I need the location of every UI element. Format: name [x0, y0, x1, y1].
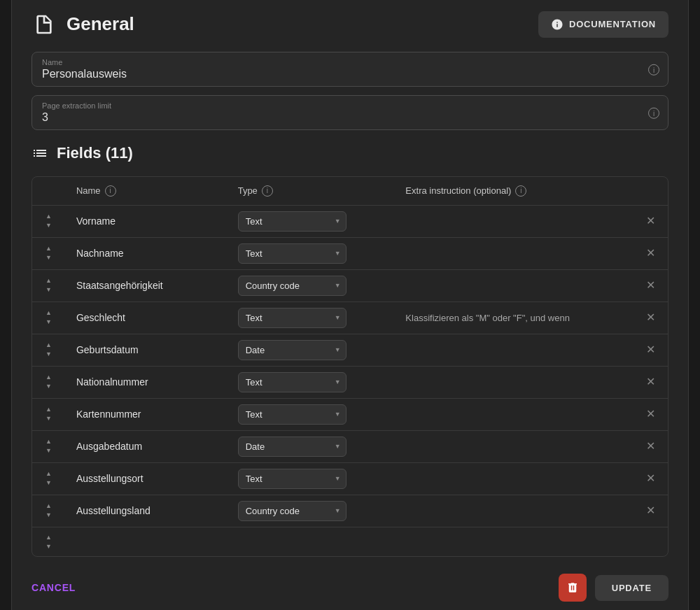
row-up-button[interactable]: ▲: [43, 276, 54, 285]
row-name-cell: Nationalnummer: [65, 366, 227, 398]
type-select[interactable]: TextDateCountry codeNumberBoolean: [238, 437, 346, 457]
partial-controls: ▲ ▼: [32, 527, 65, 556]
row-delete-cell: ✕: [634, 366, 668, 398]
row-delete-cell: ✕: [634, 334, 668, 366]
row-down-button[interactable]: ▼: [43, 350, 54, 359]
row-delete-button[interactable]: ✕: [643, 406, 658, 423]
extra-col-info-icon[interactable]: i: [515, 185, 526, 197]
row-extra-cell: [394, 205, 634, 237]
row-extra-cell: [394, 462, 634, 495]
row-reorder-controls: ▲ ▼: [36, 405, 61, 423]
table-row-partial: ▲ ▼: [32, 527, 668, 556]
row-up-button[interactable]: ▲: [43, 373, 54, 382]
list-icon: [31, 145, 48, 162]
row-extra-cell: [394, 334, 634, 366]
row-down-button[interactable]: ▼: [43, 253, 54, 262]
col-controls: [32, 177, 65, 206]
type-select[interactable]: TextDateCountry codeNumberBoolean: [238, 501, 346, 521]
row-delete-button[interactable]: ✕: [643, 374, 658, 390]
row-extra-cell: [394, 495, 634, 527]
row-delete-button[interactable]: ✕: [643, 502, 658, 519]
row-reorder-controls: ▲ ▼: [36, 341, 61, 359]
type-select[interactable]: TextDateCountry codeNumberBoolean: [238, 340, 346, 360]
type-select[interactable]: TextDateCountry codeNumberBoolean: [238, 404, 346, 425]
row-delete-button[interactable]: ✕: [643, 245, 658, 262]
row-up-button[interactable]: ▲: [43, 341, 54, 350]
row-up-button[interactable]: ▲: [43, 405, 54, 414]
page-limit-value: 3: [42, 111, 640, 124]
table-row: ▲ ▼ GeschlechtTextDateCountry codeNumber…: [32, 302, 668, 334]
delete-button[interactable]: [559, 574, 587, 602]
row-reorder-controls: ▲ ▼: [36, 437, 61, 455]
type-select-wrapper: TextDateCountry codeNumberBoolean: [238, 243, 346, 264]
row-name-cell: Vorname: [65, 205, 227, 237]
table-row: ▲ ▼ StaatsangehörigkeitTextDateCountry c…: [32, 269, 668, 302]
row-type-cell: TextDateCountry codeNumberBoolean: [227, 495, 395, 527]
partial-type: [227, 527, 395, 556]
name-info-icon[interactable]: i: [648, 62, 659, 76]
type-select[interactable]: TextDateCountry codeNumberBoolean: [238, 243, 346, 264]
type-select[interactable]: TextDateCountry codeNumberBoolean: [238, 469, 346, 489]
row-down-button[interactable]: ▼: [43, 221, 54, 230]
type-select[interactable]: TextDateCountry codeNumberBoolean: [238, 372, 346, 392]
partial-reorder-controls: ▲ ▼: [43, 533, 54, 551]
type-select-wrapper: TextDateCountry codeNumberBoolean: [238, 437, 346, 457]
col-extra: Extra instruction (optional) i: [394, 177, 634, 206]
row-type-cell: TextDateCountry codeNumberBoolean: [227, 237, 395, 269]
col-delete: [634, 177, 668, 206]
row-delete-button[interactable]: ✕: [643, 470, 658, 487]
row-up-button[interactable]: ▲: [43, 308, 54, 318]
row-up-button[interactable]: ▲: [43, 437, 54, 446]
row-delete-button[interactable]: ✕: [643, 309, 658, 326]
row-up-button[interactable]: ▲: [43, 469, 54, 478]
row-up-button[interactable]: ▲: [43, 502, 54, 511]
cancel-button[interactable]: CANCEL: [31, 582, 76, 593]
row-delete-button[interactable]: ✕: [643, 438, 658, 455]
header-left: General: [31, 12, 134, 37]
row-reorder-controls: ▲ ▼: [36, 308, 61, 327]
row-extra-cell: [394, 237, 634, 269]
partial-down-button[interactable]: ▼: [43, 542, 54, 551]
page-limit-info-icon[interactable]: i: [648, 106, 659, 119]
row-down-button[interactable]: ▼: [43, 446, 54, 455]
row-reorder-controls: ▲ ▼: [36, 469, 61, 488]
row-down-button[interactable]: ▼: [43, 478, 54, 488]
row-controls-cell: ▲ ▼: [32, 237, 65, 269]
type-select[interactable]: TextDateCountry codeNumberBoolean: [238, 276, 346, 296]
row-delete-cell: ✕: [634, 430, 668, 462]
row-delete-cell: ✕: [634, 205, 668, 237]
row-controls-cell: ▲ ▼: [32, 302, 65, 334]
type-select-wrapper: TextDateCountry codeNumberBoolean: [238, 372, 346, 392]
update-button[interactable]: UPDATE: [595, 575, 668, 601]
type-col-info-icon[interactable]: i: [262, 185, 273, 197]
row-delete-button[interactable]: ✕: [643, 213, 658, 229]
row-up-button[interactable]: ▲: [43, 244, 54, 253]
partial-name: [65, 527, 227, 556]
documentation-button[interactable]: DOCUMENTATION: [538, 11, 668, 38]
row-reorder-controls: ▲ ▼: [36, 212, 61, 230]
row-down-button[interactable]: ▼: [43, 414, 54, 423]
table-row: ▲ ▼ AusgabedatumTextDateCountry codeNumb…: [32, 430, 668, 462]
row-down-button[interactable]: ▼: [43, 285, 54, 295]
row-type-cell: TextDateCountry codeNumberBoolean: [227, 430, 395, 462]
row-down-button[interactable]: ▼: [43, 382, 54, 391]
type-select[interactable]: TextDateCountry codeNumberBoolean: [238, 211, 346, 232]
type-select[interactable]: TextDateCountry codeNumberBoolean: [238, 308, 346, 328]
table-header-row: Name i Type i Extra instruction (optiona…: [32, 177, 668, 206]
row-delete-button[interactable]: ✕: [643, 277, 658, 294]
row-extra-cell: Klassifizieren als "M" oder "F", und wen…: [394, 302, 634, 334]
partial-up-button[interactable]: ▲: [43, 533, 54, 542]
row-down-button[interactable]: ▼: [43, 511, 54, 520]
row-name-cell: Ausgabedatum: [65, 430, 227, 462]
col-name: Name i: [65, 177, 227, 206]
row-reorder-controls: ▲ ▼: [36, 244, 61, 262]
row-up-button[interactable]: ▲: [43, 212, 54, 221]
modal-header: General DOCUMENTATION: [31, 11, 668, 38]
row-delete-button[interactable]: ✕: [643, 341, 658, 358]
row-delete-cell: ✕: [634, 269, 668, 302]
page-limit-label: Page extraction limit: [42, 101, 640, 110]
type-select-wrapper: TextDateCountry codeNumberBoolean: [238, 469, 346, 489]
row-down-button[interactable]: ▼: [43, 318, 54, 327]
name-col-info-icon[interactable]: i: [105, 185, 116, 197]
fields-header: Fields (11): [31, 144, 668, 162]
